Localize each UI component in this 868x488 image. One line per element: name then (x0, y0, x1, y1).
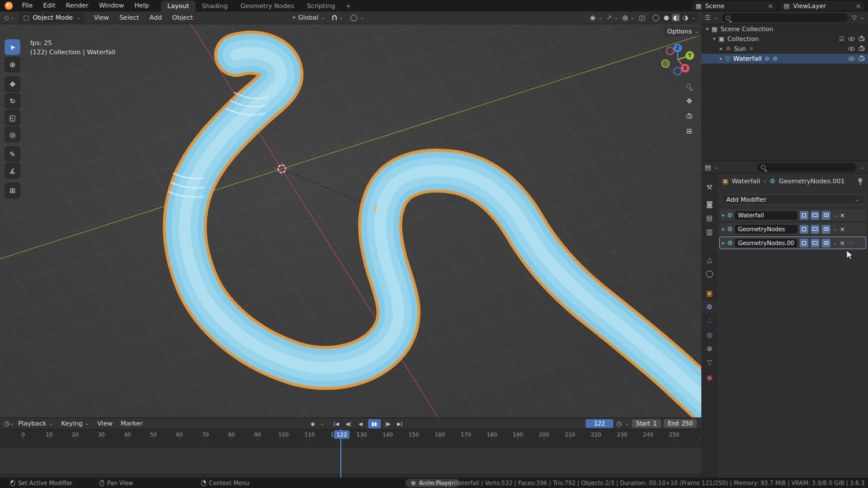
editmode-display-toggle[interactable] (800, 211, 808, 220)
outliner-row-scene-collection[interactable]: ▾ ▦ Scene Collection (701, 24, 868, 34)
expand-icon[interactable]: ▸ (720, 56, 723, 61)
outliner-row-collection[interactable]: ▾ ▣ Collection ☑ (701, 34, 868, 44)
camera-view-button[interactable] (686, 112, 692, 120)
chevron-down-icon[interactable]: ⌄ (714, 165, 719, 170)
pin-icon[interactable] (858, 178, 862, 182)
checkbox-icon[interactable]: ☑ (839, 36, 844, 42)
zoom-button[interactable] (686, 82, 691, 90)
tool-select-box[interactable]: ➤ (5, 39, 20, 55)
viewport-scene[interactable]: Z Y X (0, 24, 701, 417)
options-button[interactable]: Options ⌄ (663, 27, 701, 36)
jump-to-start-button[interactable]: |◀ (332, 419, 341, 428)
chevron-down-icon[interactable]: ⌄ (339, 15, 344, 20)
tab-modifiers[interactable]: ⚙ (701, 300, 718, 313)
chevron-down-icon[interactable]: ⌄ (860, 15, 865, 20)
workspace-tab-scripting[interactable]: Scripting (300, 1, 341, 12)
blender-logo-icon[interactable] (5, 2, 13, 10)
tab-constraints[interactable]: ⊕ (701, 342, 718, 355)
editor-type-icon[interactable]: ◇ (4, 14, 9, 21)
mode-select[interactable]: □ Object Mode ⌄ (19, 13, 84, 23)
proportional-editing-toggle[interactable]: ◯ ⌄ (350, 14, 364, 21)
tool-transform[interactable]: ◎ (5, 127, 20, 142)
current-frame-field[interactable]: 122 (586, 419, 613, 428)
navigation-gizmo[interactable]: Z Y X (662, 44, 694, 75)
properties-search[interactable] (757, 163, 857, 172)
tab-world[interactable]: ◯ (701, 267, 718, 280)
modifier-row-geometrynodes-001[interactable]: ▸ ⚙ ⌄ × ∷∷ (720, 237, 866, 249)
scene-unlink-icon[interactable]: × (768, 2, 773, 10)
shading-material-button[interactable]: ◐ (672, 14, 680, 21)
modifier-extras-chevron-icon[interactable]: ⌄ (833, 227, 837, 232)
viewlayer-unlink-icon[interactable]: × (856, 2, 861, 10)
shading-wireframe-button[interactable]: ◯ (651, 14, 660, 21)
timeline-editor-icon[interactable]: ◷ (4, 420, 10, 427)
play-reverse-button[interactable]: ◀ (356, 419, 366, 428)
transform-orientation-select[interactable]: ⌖ Global ⌄ (292, 14, 325, 21)
tab-render[interactable]: ◙ (701, 197, 718, 210)
pan-button[interactable]: ✥ (686, 97, 692, 105)
modifier-close-icon[interactable]: × (840, 239, 845, 247)
add-workspace-button[interactable]: + (341, 1, 355, 12)
render-visibility-icon[interactable] (859, 57, 865, 61)
modifier-row-geometrynodes[interactable]: ▸ ⚙ ⌄ × (720, 223, 866, 235)
ortho-toggle-button[interactable]: ⊞ (686, 127, 692, 135)
render-visibility-icon[interactable] (859, 47, 865, 51)
eye-icon[interactable] (848, 47, 855, 51)
breadcrumb-modifier[interactable]: GeometryNodes.001 (779, 178, 845, 185)
chevron-down-icon[interactable]: ⌄ (10, 421, 14, 426)
expand-icon[interactable]: ▸ (722, 227, 725, 232)
tab-object[interactable]: ▣ (701, 286, 718, 300)
tool-move[interactable]: ✥ (5, 76, 20, 92)
menu-timeline-view[interactable]: View (93, 420, 116, 427)
chevron-down-icon[interactable]: ⌄ (320, 421, 325, 426)
drag-handle-icon[interactable]: ∷∷ (847, 241, 854, 246)
menu-view[interactable]: View (89, 14, 113, 21)
shading-solid-button[interactable]: ● (663, 14, 671, 21)
expand-icon[interactable]: ▾ (706, 27, 709, 32)
workspace-tab-layout[interactable]: Layout (161, 1, 195, 12)
eye-icon[interactable] (848, 57, 855, 61)
tool-scale[interactable]: ◱ (5, 110, 20, 125)
outliner-editor-icon[interactable]: ☰ (705, 14, 711, 21)
xray-toggle[interactable]: ◫ (639, 14, 645, 21)
tab-scene[interactable]: △ (701, 253, 718, 266)
render-display-toggle[interactable] (822, 225, 830, 234)
scene-selector[interactable]: ▦ Scene × (692, 1, 777, 10)
overlays-dropdown[interactable]: ◎ ⌄ (623, 14, 635, 21)
menu-add[interactable]: Add (145, 14, 166, 21)
playhead-badge[interactable]: 122 (334, 430, 350, 439)
tool-measure[interactable]: ∡ (5, 163, 20, 179)
menu-object[interactable]: Object (168, 14, 198, 21)
chevron-down-icon[interactable]: ⌄ (860, 165, 865, 170)
modifier-close-icon[interactable]: × (840, 225, 845, 233)
waterfall-object[interactable] (169, 53, 701, 406)
gizmos-dropdown[interactable]: ↗ ⌄ (606, 14, 619, 21)
expand-icon[interactable]: ▾ (713, 36, 716, 42)
expand-icon[interactable]: ▸ (722, 213, 725, 218)
realtime-display-toggle[interactable] (811, 211, 819, 220)
tab-object-data[interactable]: ▽ (701, 356, 718, 369)
properties-editor-icon[interactable]: ▤ (705, 164, 711, 171)
outliner-search[interactable] (722, 13, 848, 22)
modifier-close-icon[interactable]: × (840, 212, 845, 219)
eye-icon[interactable] (848, 37, 855, 41)
menu-select[interactable]: Select (115, 14, 144, 21)
tab-particles[interactable]: ∴ (701, 314, 718, 327)
tab-physics[interactable]: ◎ (701, 328, 718, 341)
render-display-toggle[interactable] (822, 211, 830, 220)
menu-window[interactable]: Window (94, 0, 129, 12)
tab-view-layer[interactable]: ▥ (701, 225, 718, 238)
menu-edit[interactable]: Edit (38, 0, 60, 12)
viewport-3d[interactable]: Z Y X fps: 25 (122) Collection | Waterfa… (0, 24, 701, 417)
outliner-row-sun[interactable]: ▸ ☼ Sun ☼ (701, 44, 868, 54)
timeline-track[interactable] (0, 441, 701, 478)
outliner-search-input[interactable] (733, 14, 844, 21)
viewlayer-selector[interactable]: ▤ ViewLayer × (780, 1, 865, 10)
menu-help[interactable]: Help (129, 0, 154, 12)
expand-icon[interactable]: ▸ (722, 241, 725, 246)
render-visibility-icon[interactable] (859, 37, 865, 41)
add-modifier-button[interactable]: Add Modifier ⌄ (721, 194, 865, 205)
expand-icon[interactable]: ▸ (720, 46, 723, 51)
tab-tool[interactable]: ⚒ (701, 180, 718, 194)
filter-icon[interactable]: ▽ (852, 14, 856, 21)
